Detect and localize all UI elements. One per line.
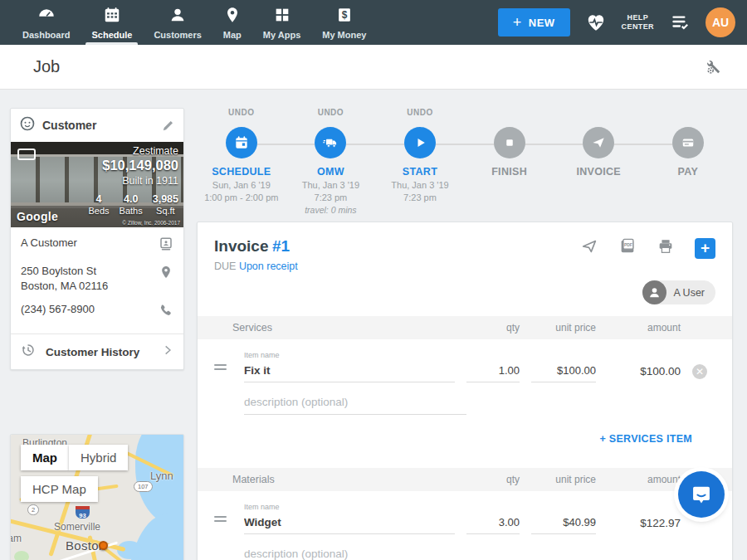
- services-section-header: Services qty unit price amount: [198, 316, 732, 339]
- add-services-item-link[interactable]: + SERVICES ITEM: [599, 433, 692, 445]
- job-location-marker[interactable]: [99, 541, 108, 550]
- delete-item-button[interactable]: ✕: [692, 364, 707, 379]
- baths-value: 4.0: [120, 193, 143, 205]
- user-avatar-icon: [642, 280, 666, 304]
- contact-card-icon: [159, 236, 173, 255]
- step-start-button[interactable]: [404, 127, 436, 158]
- help-center-line2: CENTER: [622, 22, 654, 32]
- map-label-waltham: Waltham: [11, 533, 22, 544]
- nav-tab-schedule[interactable]: Schedule: [81, 0, 143, 45]
- nav-label: My Money: [322, 30, 366, 40]
- add-invoice-item-button[interactable]: +: [695, 238, 715, 259]
- item-name-label: Item name: [244, 351, 455, 359]
- help-center-button[interactable]: HELP CENTER: [622, 13, 654, 32]
- nav-tab-my-apps[interactable]: My Apps: [252, 0, 311, 45]
- health-heart-pulse-icon[interactable]: [585, 12, 607, 33]
- nav-tab-map[interactable]: Map: [212, 0, 252, 45]
- map-type-button-map[interactable]: Map: [21, 445, 69, 470]
- material-description-input[interactable]: [244, 546, 466, 560]
- section-name: Materials: [214, 474, 455, 485]
- step-time: 7:23 pm: [403, 192, 437, 202]
- due-terms-link[interactable]: Upon receipt: [239, 261, 298, 272]
- customer-card: Customer Zestimate $10,149,080 Built in …: [10, 108, 184, 370]
- step-schedule: UNDO SCHEDULE Sun, Jan 6 '19 1:00 pm - 2…: [197, 108, 286, 215]
- service-line-item: Item name $100.00 ✕: [214, 351, 715, 382]
- user-avatar[interactable]: AU: [706, 7, 735, 37]
- truck-icon: [322, 134, 339, 151]
- job-workflow-steps: UNDO SCHEDULE Sun, Jan 6 '19 1:00 pm - 2…: [197, 108, 733, 215]
- history-clock-icon: [21, 343, 36, 361]
- material-item-name-input[interactable]: [244, 514, 455, 534]
- drag-handle-icon[interactable]: [214, 362, 227, 373]
- chat-support-button[interactable]: [678, 471, 725, 518]
- activity-checklist-icon[interactable]: [669, 12, 691, 33]
- service-item-name-input[interactable]: [244, 363, 455, 382]
- step-travel: travel: 0 mins: [305, 205, 356, 215]
- undo-schedule-link[interactable]: UNDO: [228, 108, 254, 121]
- print-icon[interactable]: [657, 237, 675, 259]
- apps-grid-icon: [273, 6, 291, 27]
- pdf-icon[interactable]: PDF: [618, 237, 637, 259]
- step-invoice-button[interactable]: [583, 127, 614, 158]
- undo-start-link[interactable]: UNDO: [407, 108, 432, 121]
- plus-icon: +: [513, 15, 522, 30]
- invoice-number[interactable]: #1: [272, 237, 290, 255]
- phone-icon: [159, 302, 173, 321]
- nav-label: Map: [223, 30, 242, 40]
- schedule-calendar-icon: [103, 6, 121, 27]
- nav-label: My Apps: [263, 30, 300, 40]
- assigned-user-chip[interactable]: A User: [642, 280, 715, 304]
- step-omw: UNDO OMW Thu, Jan 3 '19 7:23 pm travel: …: [286, 108, 376, 215]
- step-time: 7:23 pm: [315, 192, 348, 202]
- google-logo: Google: [17, 210, 58, 223]
- step-finish: FINISH: [465, 108, 554, 215]
- route-93-shield: 93: [76, 506, 90, 519]
- col-amount: amount: [608, 322, 681, 334]
- customer-history-row[interactable]: Customer History: [11, 334, 183, 369]
- map-type-button-hcp[interactable]: HCP Map: [21, 476, 98, 502]
- sqft-label: Sq.ft: [153, 206, 178, 216]
- route-2-badge: 2: [27, 504, 39, 515]
- top-navigation: Dashboard Schedule Customers Map My Apps…: [0, 0, 747, 45]
- drag-handle-icon[interactable]: [214, 514, 227, 524]
- map-card: 2 93 107 Burlington Lynn Somerville Walt…: [10, 434, 184, 560]
- step-pay: PAY: [643, 108, 733, 215]
- map-type-button-hybrid[interactable]: Hybrid: [69, 445, 128, 470]
- step-label: FINISH: [491, 166, 527, 178]
- material-unit-price-input[interactable]: [531, 514, 596, 534]
- chevron-right-icon: [162, 344, 173, 359]
- job-settings-wrench-gear-icon[interactable]: [704, 57, 724, 77]
- step-omw-button[interactable]: [315, 127, 346, 158]
- nav-tab-customers[interactable]: Customers: [143, 0, 212, 45]
- col-qty: qty: [466, 322, 520, 334]
- material-qty-input[interactable]: [466, 514, 520, 534]
- streetview-frame-icon[interactable]: [17, 149, 36, 160]
- dashboard-gauge-icon: [37, 6, 56, 27]
- step-time: 1:00 pm - 2:00 pm: [204, 192, 278, 202]
- step-pay-button[interactable]: [672, 127, 704, 158]
- address-line2: Boston, MA 02116: [21, 280, 108, 292]
- undo-omw-link[interactable]: UNDO: [318, 108, 344, 121]
- assigned-user-name: A User: [673, 287, 705, 299]
- page-title: Job: [33, 57, 60, 76]
- service-unit-price-input[interactable]: [531, 363, 596, 382]
- address-line1: 250 Boylston St: [21, 265, 96, 277]
- nav-tab-dashboard[interactable]: Dashboard: [12, 0, 81, 45]
- calendar-icon: [233, 134, 250, 151]
- step-finish-button[interactable]: [494, 127, 525, 158]
- page-header: Job: [0, 45, 747, 90]
- material-line-item: Item name $122.97 ✕: [214, 503, 715, 534]
- service-description-input[interactable]: [244, 394, 466, 415]
- new-button[interactable]: + NEW: [498, 8, 570, 37]
- step-schedule-button[interactable]: [226, 127, 257, 158]
- sqft-value: 3,985: [153, 193, 178, 205]
- step-date: Sun, Jan 6 '19: [212, 180, 271, 190]
- due-label: DUE: [214, 261, 236, 272]
- nav-tab-my-money[interactable]: $ My Money: [311, 0, 377, 45]
- help-center-line1: HELP: [622, 13, 654, 22]
- edit-pencil-icon[interactable]: [161, 119, 175, 133]
- customer-phone: (234) 567-8900: [21, 302, 159, 317]
- send-invoice-icon[interactable]: [580, 237, 598, 259]
- service-qty-input[interactable]: [466, 363, 520, 382]
- nav-label: Dashboard: [22, 30, 70, 40]
